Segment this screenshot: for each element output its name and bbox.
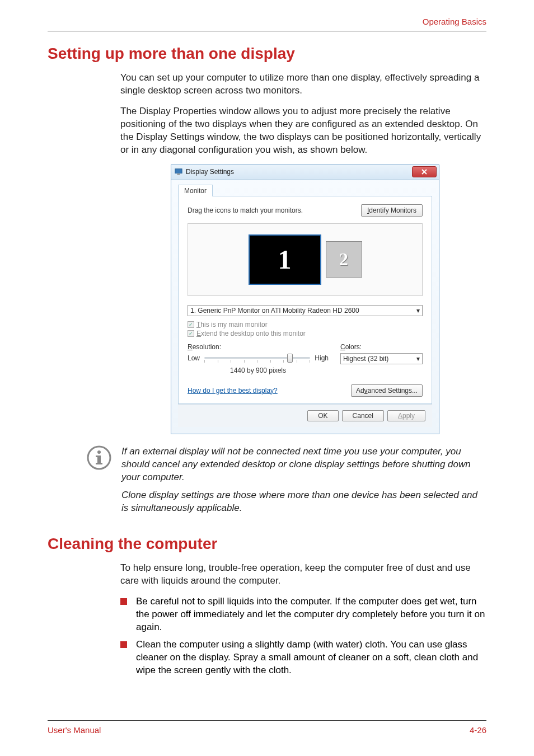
main-monitor-checkbox-row: ✓ This is my main monitor: [188, 321, 423, 328]
info-icon: [87, 445, 111, 521]
heading-cleaning: Cleaning the computer: [48, 535, 486, 553]
main-monitor-label: This is my main monitor: [196, 321, 268, 328]
footer-left: User's Manual: [48, 725, 101, 735]
colors-dropdown[interactable]: Highest (32 bit) ▾: [340, 353, 423, 364]
identify-monitors-button[interactable]: Identify Monitors: [361, 204, 423, 217]
cancel-button[interactable]: Cancel: [342, 410, 384, 421]
note-paragraph-2: Clone display settings are those where m…: [121, 489, 486, 515]
bullet-item: Be careful not to spill liquids into the…: [120, 595, 486, 634]
monitor-dropdown[interactable]: 1. Generic PnP Monitor on ATI Mobility R…: [188, 305, 423, 316]
resolution-label: Resolution:: [188, 343, 329, 351]
svg-rect-0: [175, 169, 182, 173]
resolution-slider[interactable]: [204, 353, 310, 363]
heading-setting-up-display: Setting up more than one display: [48, 45, 486, 63]
tab-monitor[interactable]: Monitor: [178, 185, 213, 196]
header-rule: [48, 31, 486, 31]
slider-high-label: High: [315, 354, 329, 362]
note-paragraph-1: If an external display will not be conne…: [121, 445, 486, 484]
dialog-titlebar: Display Settings: [171, 165, 439, 180]
svg-rect-6: [96, 463, 102, 464]
slider-low-label: Low: [188, 354, 200, 362]
display-settings-screenshot: Display Settings Monitor Drag the icons …: [171, 165, 486, 434]
monitor-arrangement-area[interactable]: 1 2: [188, 223, 423, 296]
ok-button[interactable]: OK: [307, 410, 338, 421]
close-icon: [421, 169, 427, 175]
footer-right: 4-26: [470, 725, 486, 735]
apply-button[interactable]: Apply: [387, 410, 425, 421]
colors-label: Colors:: [340, 343, 423, 351]
display-settings-dialog: Display Settings Monitor Drag the icons …: [171, 165, 439, 434]
main-monitor-checkbox: ✓: [188, 321, 194, 328]
help-link[interactable]: How do I get the best display?: [188, 387, 278, 395]
extend-desktop-checkbox-row: ✓ Extend the desktop onto this monitor: [188, 330, 423, 337]
cleaning-bullet-list: Be careful not to spill liquids into the…: [120, 595, 486, 677]
slider-thumb[interactable]: [287, 354, 293, 363]
svg-rect-1: [177, 174, 180, 175]
paragraph-intro-1: You can set up your computer to utilize …: [120, 72, 486, 97]
chevron-down-icon: ▾: [416, 307, 420, 314]
extend-desktop-checkbox: ✓: [188, 330, 194, 337]
paragraph-cleaning-intro: To help ensure long, trouble-free operat…: [120, 562, 486, 588]
advanced-settings-button[interactable]: Advanced Settings...: [351, 384, 423, 397]
close-button[interactable]: [412, 166, 437, 177]
drag-instruction: Drag the icons to match your monitors.: [188, 206, 303, 214]
chevron-down-icon: ▾: [416, 355, 420, 363]
bullet-item: Clean the computer using a slightly damp…: [120, 638, 486, 677]
paragraph-intro-2: The Display Properties window allows you…: [120, 105, 486, 157]
svg-rect-5: [96, 456, 101, 457]
monitor-1-icon[interactable]: 1: [249, 234, 321, 285]
monitor-2-icon[interactable]: 2: [326, 241, 362, 278]
extend-desktop-label: Extend the desktop onto this monitor: [196, 330, 306, 337]
page-footer: User's Manual 4-26: [48, 720, 486, 735]
colors-value: Highest (32 bit): [343, 355, 388, 363]
resolution-value: 1440 by 900 pixels: [188, 367, 329, 374]
footer-rule: [48, 720, 486, 721]
svg-point-3: [97, 450, 101, 454]
monitor-icon: [175, 168, 182, 176]
info-note: If an external display will not be conne…: [87, 445, 486, 521]
header-section: Operating Basics: [48, 17, 486, 26]
dialog-title: Display Settings: [186, 168, 234, 176]
monitor-dropdown-value: 1. Generic PnP Monitor on ATI Mobility R…: [190, 307, 359, 314]
